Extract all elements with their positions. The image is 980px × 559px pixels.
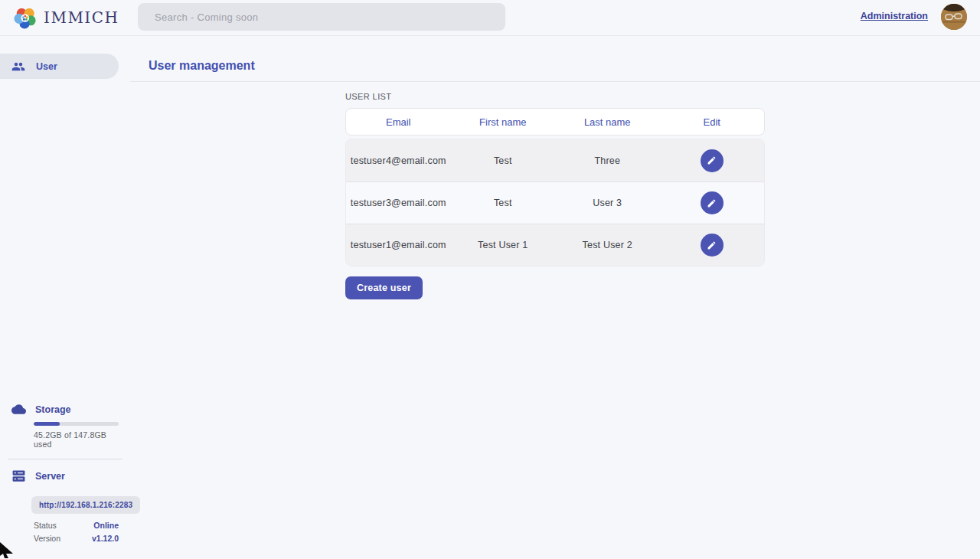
edit-user-button[interactable] <box>701 191 724 214</box>
edit-user-button[interactable] <box>701 234 724 257</box>
create-user-button[interactable]: Create user <box>345 276 423 299</box>
user-group-icon <box>11 60 25 74</box>
pencil-icon <box>707 198 717 208</box>
sidebar-item-label: User <box>36 61 57 72</box>
user-avatar[interactable] <box>941 4 967 30</box>
user-first-name-cell: Test User 1 <box>451 240 556 250</box>
user-email-cell: testuser1@email.com <box>346 240 451 250</box>
sidebar-divider <box>8 459 122 459</box>
server-icon <box>11 469 26 483</box>
user-last-name-cell: Test User 2 <box>555 240 660 250</box>
main-content: User management USER LIST Email First na… <box>130 36 980 559</box>
sidebar: User Storage 45.2GB of 147.8GB used <box>0 36 130 559</box>
user-last-name-cell: Three <box>555 155 660 166</box>
user-last-name-cell: User 3 <box>555 198 660 208</box>
table-body: testuser4@email.com Test Three <box>345 139 765 266</box>
version-value: v1.12.0 <box>92 534 119 543</box>
user-table: Email First name Last name Edit testuser… <box>345 108 765 266</box>
status-value: Online <box>93 521 119 530</box>
storage-progress-bar <box>34 422 119 426</box>
version-label: Version <box>34 534 60 543</box>
server-status-row: Status Online <box>34 521 119 530</box>
column-header-first-name: First name <box>451 116 556 128</box>
table-row: testuser1@email.com Test User 1 Test Use… <box>346 224 764 266</box>
edit-user-button[interactable] <box>701 149 724 172</box>
top-bar: IMMICH Administration <box>0 0 980 36</box>
status-label: Status <box>34 521 57 530</box>
user-email-cell: testuser3@email.com <box>346 198 451 208</box>
table-header-row: Email First name Last name Edit <box>345 108 765 136</box>
column-header-last-name: Last name <box>555 116 660 128</box>
page-title: User management <box>149 58 962 74</box>
pencil-icon <box>707 155 717 165</box>
user-first-name-cell: Test <box>451 155 556 166</box>
storage-header: Storage <box>11 402 119 417</box>
server-url-badge: http://192.168.1.216:2283 <box>31 496 140 514</box>
administration-link[interactable]: Administration <box>861 11 928 21</box>
section-label: USER LIST <box>345 92 391 101</box>
pencil-icon <box>707 240 717 250</box>
cloud-icon <box>11 402 26 417</box>
sidebar-footer: Storage 45.2GB of 147.8GB used Server ht… <box>0 402 130 559</box>
logo-text: IMMICH <box>44 5 119 30</box>
page-header: User management <box>130 36 980 82</box>
storage-title: Storage <box>35 404 71 415</box>
user-first-name-cell: Test <box>451 198 556 208</box>
server-header: Server <box>11 469 119 483</box>
column-header-email: Email <box>346 116 451 128</box>
table-row: testuser3@email.com Test User 3 <box>346 181 764 224</box>
immich-flower-icon <box>14 6 37 29</box>
immich-logo[interactable]: IMMICH <box>14 5 119 30</box>
sidebar-item-user[interactable]: User <box>0 54 119 79</box>
user-email-cell: testuser4@email.com <box>346 155 451 166</box>
storage-usage-text: 45.2GB of 147.8GB used <box>34 430 119 449</box>
search-input[interactable] <box>138 3 505 31</box>
server-title: Server <box>35 471 65 482</box>
column-header-edit: Edit <box>660 116 765 128</box>
table-row: testuser4@email.com Test Three <box>346 139 764 181</box>
storage-progress-fill <box>34 422 60 426</box>
server-version-row: Version v1.12.0 <box>34 534 119 543</box>
